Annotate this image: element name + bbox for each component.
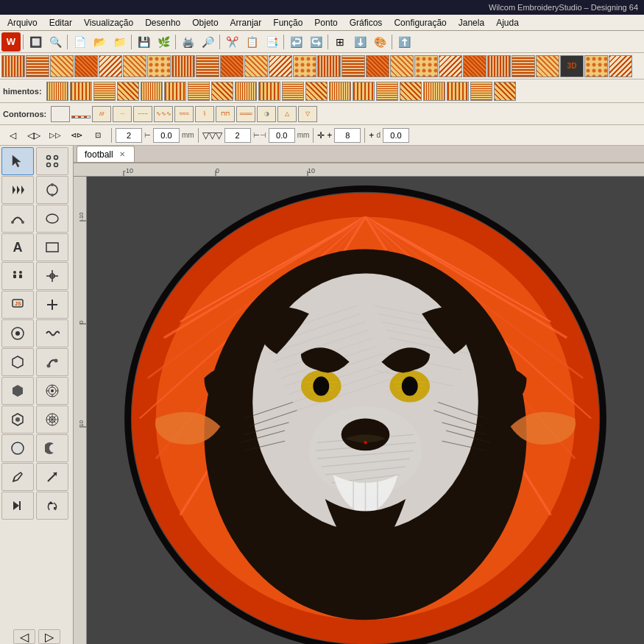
- arrange-button[interactable]: ▷▷: [46, 126, 65, 145]
- menu-arranjar[interactable]: Arranjar: [226, 16, 266, 29]
- menu-ajuda[interactable]: Ajuda: [492, 16, 523, 29]
- print-preview-button[interactable]: 🔎: [198, 32, 217, 52]
- save-button[interactable]: 💾: [134, 32, 153, 52]
- stitch-pattern-25[interactable]: [584, 55, 608, 77]
- menu-janela[interactable]: Janela: [454, 16, 489, 29]
- dim-value-4[interactable]: 0.0: [269, 128, 295, 143]
- undo-button[interactable]: ↩️: [286, 32, 305, 52]
- dim-value-2[interactable]: 0.0: [153, 128, 180, 143]
- stitch-pattern-22[interactable]: [512, 55, 535, 77]
- dim-value-1[interactable]: 2: [116, 128, 142, 143]
- down-arrow-button[interactable]: ⬇️: [350, 32, 369, 52]
- contour-11[interactable]: ◑: [257, 106, 276, 122]
- crosshair-tool[interactable]: [36, 262, 68, 290]
- menu-graficos[interactable]: Gráficos: [345, 16, 387, 29]
- people-tool[interactable]: [1, 262, 34, 290]
- fill-pattern-19[interactable]: [470, 82, 492, 101]
- fill-pattern-7[interactable]: [188, 82, 210, 101]
- select-tool-button[interactable]: 🔲: [26, 32, 45, 52]
- copy-button[interactable]: 📋: [242, 32, 261, 52]
- stitch-pattern-5[interactable]: [99, 55, 122, 77]
- adjust-tool[interactable]: [36, 348, 68, 376]
- export-button[interactable]: ⬆️: [394, 32, 414, 52]
- menu-configuracao[interactable]: Configuração: [389, 16, 450, 29]
- select-arrow-button[interactable]: ◁: [3, 126, 22, 145]
- fill-pattern-5[interactable]: [141, 82, 163, 101]
- fill-pattern-3[interactable]: [93, 82, 116, 101]
- fill-pattern-13[interactable]: [329, 82, 351, 101]
- align-left-button[interactable]: ◁▷: [24, 126, 43, 145]
- contour-13[interactable]: ▽: [298, 106, 317, 122]
- dim-value-6[interactable]: 0.0: [383, 128, 409, 143]
- stitch-pattern-26[interactable]: [609, 55, 632, 77]
- plant-button[interactable]: 🌿: [154, 32, 173, 52]
- reshape-tool[interactable]: [36, 176, 68, 204]
- clipboard-button[interactable]: 📑: [262, 32, 281, 52]
- fill-pattern-11[interactable]: [282, 82, 304, 101]
- stitch-pattern-8[interactable]: [171, 55, 195, 77]
- stitch-pattern-17[interactable]: [390, 55, 414, 77]
- menu-objeto[interactable]: Objeto: [188, 16, 222, 29]
- radial-tool[interactable]: [36, 406, 68, 434]
- text-tool[interactable]: A: [1, 233, 34, 261]
- contour-2[interactable]: [71, 116, 91, 118]
- menu-desenho[interactable]: Desenho: [141, 16, 185, 29]
- fill-pattern-20[interactable]: [494, 82, 516, 101]
- select-tool[interactable]: [1, 147, 34, 175]
- fill-pattern-10[interactable]: [258, 82, 280, 101]
- print-button[interactable]: 🖨️: [178, 32, 197, 52]
- box-button[interactable]: ⊡: [88, 126, 107, 145]
- tab-close-button[interactable]: ✕: [118, 150, 127, 158]
- circle-fill-tool[interactable]: [1, 319, 34, 347]
- contour-9[interactable]: ⊓⊓: [216, 106, 235, 122]
- hex-outline-tool[interactable]: [1, 348, 34, 376]
- stitch-pattern-3[interactable]: [50, 55, 74, 77]
- contour-6[interactable]: ∿∿∿: [154, 106, 173, 122]
- contour-4[interactable]: ···: [113, 106, 132, 122]
- badge-tool[interactable]: JS: [1, 291, 34, 319]
- stitch-pattern-10[interactable]: [220, 55, 244, 77]
- fill-pattern-15[interactable]: [376, 82, 398, 101]
- travel-tool[interactable]: [1, 176, 34, 204]
- stitch-pattern-11[interactable]: [244, 55, 268, 77]
- fill-pattern-1[interactable]: [46, 82, 68, 101]
- stitch-pattern-15[interactable]: [342, 55, 365, 77]
- circle-tool[interactable]: [1, 434, 34, 462]
- plus-tool[interactable]: [36, 291, 68, 319]
- curved-tool[interactable]: [1, 205, 34, 233]
- forward-tool[interactable]: [1, 492, 34, 520]
- rotate-select-tool[interactable]: [36, 492, 68, 520]
- scroll-right-button[interactable]: ▷: [38, 629, 60, 644]
- stitch-pattern-7[interactable]: [147, 55, 171, 77]
- stitch-pattern-23[interactable]: [536, 55, 559, 77]
- contour-8[interactable]: ⌇: [195, 106, 214, 122]
- rect-tool[interactable]: [36, 233, 68, 261]
- menu-funcao[interactable]: Função: [269, 16, 307, 29]
- fill-pattern-2[interactable]: [70, 82, 92, 101]
- fill-pattern-12[interactable]: [305, 82, 328, 101]
- fill-pattern-17[interactable]: [423, 82, 445, 101]
- stitch-pattern-21[interactable]: [487, 55, 511, 77]
- wave-tool[interactable]: [36, 319, 68, 347]
- fill-pattern-8[interactable]: [211, 82, 233, 101]
- fill-pattern-4[interactable]: [117, 82, 139, 101]
- fill-pattern-14[interactable]: [353, 82, 375, 101]
- contour-7[interactable]: ≈≈≈: [174, 106, 194, 122]
- node-tool[interactable]: [36, 147, 68, 175]
- stitch-pattern-6[interactable]: [123, 55, 146, 77]
- stitch-pattern-16[interactable]: [366, 55, 389, 77]
- oval-tool[interactable]: [36, 205, 68, 233]
- redo-button[interactable]: ↪️: [306, 32, 325, 52]
- contour-1[interactable]: [51, 106, 70, 122]
- stitch-pattern-19[interactable]: [439, 55, 462, 77]
- split-button[interactable]: ⊲⊳: [67, 126, 86, 145]
- zoom-tool-button[interactable]: 🔍: [46, 32, 65, 52]
- hex-solid-tool[interactable]: [1, 377, 34, 405]
- scroll-left-button[interactable]: ◁: [13, 629, 35, 644]
- stitch-pattern-2[interactable]: [26, 55, 49, 77]
- menu-ponto[interactable]: Ponto: [310, 16, 342, 29]
- stitch-pattern-20[interactable]: [463, 55, 486, 77]
- wilcom-logo-button[interactable]: W: [1, 32, 21, 52]
- open-button[interactable]: 📂: [90, 32, 109, 52]
- canvas-scroll[interactable]: [87, 177, 644, 644]
